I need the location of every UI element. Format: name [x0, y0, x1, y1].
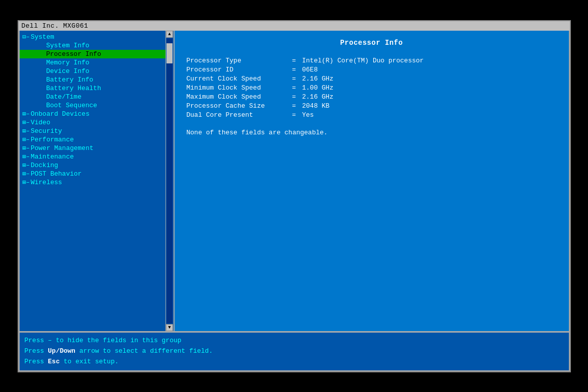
- indent-space: [31, 59, 46, 66]
- item-label: Docking: [31, 162, 58, 169]
- sidebar-item-performance[interactable]: ⊞–Performance: [20, 135, 174, 144]
- indent-space: [31, 42, 46, 49]
- sidebar-item-wireless[interactable]: ⊞–Wireless: [20, 178, 174, 187]
- field-label: Current Clock Speed: [187, 75, 292, 83]
- expand-icon: ⊞–: [23, 110, 30, 118]
- sidebar-item-date-time[interactable]: Date/Time: [20, 93, 174, 101]
- item-label: Processor Info: [46, 50, 101, 58]
- item-label: Performance: [31, 136, 74, 143]
- field-value: Yes: [302, 111, 314, 119]
- item-label: Date/Time: [46, 93, 81, 101]
- field-value: 2.16 GHz: [302, 75, 333, 83]
- item-label: Memory Info: [46, 59, 90, 66]
- item-label: Battery Health: [46, 85, 101, 92]
- info-row: Processor Cache Size = 2048 KB: [187, 102, 557, 110]
- info-row: Minimum Clock Speed = 1.00 GHz: [187, 84, 557, 92]
- indent-space: [31, 76, 46, 84]
- expand-icon: ⊞–: [23, 136, 30, 143]
- scroll-thumb[interactable]: [166, 43, 173, 63]
- item-label: System Info: [46, 42, 90, 49]
- item-label: Power Management: [31, 144, 94, 152]
- sidebar-item-post-behavior[interactable]: ⊞–POST Behavior: [20, 170, 174, 178]
- item-label: Battery Info: [46, 76, 94, 84]
- field-value: Intel(R) Core(TM) Duo processor: [302, 57, 424, 64]
- info-table: Processor Type = Intel(R) Core(TM) Duo p…: [187, 57, 557, 119]
- content-area: Processor Info Processor Type = Intel(R)…: [175, 31, 570, 333]
- info-row: Dual Core Present = Yes: [187, 111, 557, 119]
- field-value: 2048 KB: [302, 102, 330, 110]
- sidebar-content: ⊟–System System Info Processor Info Memo…: [20, 31, 174, 332]
- item-label: POST Behavior: [31, 170, 81, 178]
- main-area: ⊟–System System Info Processor Info Memo…: [19, 31, 570, 333]
- item-label: System: [31, 33, 54, 41]
- sidebar-item-processor-info[interactable]: Processor Info: [20, 50, 174, 58]
- item-label: Maintenance: [31, 153, 74, 161]
- field-equals: =: [292, 57, 302, 64]
- field-value: 2.16 GHz: [302, 93, 333, 101]
- item-label: Security: [31, 127, 62, 135]
- expand-icon: ⊞–: [23, 179, 30, 186]
- item-label: Device Info: [46, 67, 90, 75]
- sidebar-item-security[interactable]: ⊞–Security: [20, 127, 174, 135]
- field-label: Processor ID: [187, 66, 292, 73]
- sidebar-item-battery-info[interactable]: Battery Info: [20, 75, 174, 84]
- sidebar-item-memory-info[interactable]: Memory Info: [20, 58, 174, 67]
- field-equals: =: [292, 93, 302, 101]
- status-line-3: Press Esc to exit setup.: [25, 357, 564, 367]
- title-bar-label: Dell Inc. MXG061: [22, 22, 89, 30]
- field-label: Processor Type: [187, 57, 292, 64]
- field-value: 06E8: [302, 66, 318, 73]
- status-line-1: Press – to hide the fields in this group: [25, 336, 564, 346]
- field-label: Dual Core Present: [187, 111, 292, 119]
- indent-space: [31, 93, 46, 101]
- scroll-track: [166, 38, 173, 324]
- field-label: Maximum Clock Speed: [187, 93, 292, 101]
- field-equals: =: [292, 75, 302, 83]
- title-bar: Dell Inc. MXG061: [19, 21, 570, 31]
- item-label: Video: [31, 119, 50, 126]
- indent-space: [31, 85, 46, 92]
- item-label: Onboard Devices: [31, 110, 90, 118]
- info-row: Maximum Clock Speed = 2.16 GHz: [187, 93, 557, 101]
- bios-screen: Dell Inc. MXG061 ⊟–System System Info Pr…: [18, 20, 571, 372]
- expand-icon: ⊞–: [23, 119, 30, 126]
- expand-icon: ⊞–: [23, 144, 30, 152]
- sidebar-item-system[interactable]: ⊟–System: [20, 33, 174, 41]
- status-bar: Press – to hide the fields in this group…: [19, 332, 570, 371]
- indent-space: [31, 50, 46, 58]
- indent-space: [31, 67, 46, 75]
- expand-icon: ⊞–: [23, 162, 30, 169]
- field-equals: =: [292, 102, 302, 110]
- sidebar-item-device-info[interactable]: Device Info: [20, 67, 174, 75]
- expand-icon: ⊞–: [23, 153, 30, 161]
- sidebar-item-onboard-devices[interactable]: ⊞–Onboard Devices: [20, 110, 174, 118]
- field-equals: =: [292, 84, 302, 92]
- expand-icon: ⊞–: [23, 127, 30, 135]
- field-equals: =: [292, 111, 302, 119]
- content-title: Processor Info: [187, 39, 557, 47]
- item-label: Boot Sequence: [46, 102, 97, 109]
- info-row: Processor Type = Intel(R) Core(TM) Duo p…: [187, 57, 557, 64]
- info-row: Processor ID = 06E8: [187, 66, 557, 73]
- sidebar-item-battery-health[interactable]: Battery Health: [20, 84, 174, 93]
- info-note: None of these fields are changeable.: [187, 129, 557, 136]
- field-label: Processor Cache Size: [187, 102, 292, 110]
- expand-icon: ⊞–: [23, 170, 30, 178]
- sidebar-item-maintenance[interactable]: ⊞–Maintenance: [20, 152, 174, 161]
- sidebar-item-video[interactable]: ⊞–Video: [20, 118, 174, 127]
- sidebar-item-docking[interactable]: ⊞–Docking: [20, 161, 174, 170]
- sidebar-item-boot-sequence[interactable]: Boot Sequence: [20, 101, 174, 110]
- scroll-down-arrow[interactable]: ▼: [166, 324, 173, 331]
- scroll-up-arrow[interactable]: ▲: [166, 31, 173, 38]
- status-line-2: Press Up/Down arrow to select a differen…: [25, 346, 564, 357]
- field-value: 1.00 GHz: [302, 84, 333, 92]
- sidebar: ⊟–System System Info Processor Info Memo…: [19, 31, 175, 333]
- sidebar-item-power-management[interactable]: ⊞–Power Management: [20, 144, 174, 152]
- field-label: Minimum Clock Speed: [187, 84, 292, 92]
- sidebar-scrollbar: ▲ ▼: [165, 31, 174, 332]
- field-equals: =: [292, 66, 302, 73]
- sidebar-item-system-info[interactable]: System Info: [20, 41, 174, 50]
- item-label: Wireless: [31, 179, 62, 186]
- info-row: Current Clock Speed = 2.16 GHz: [187, 75, 557, 83]
- indent-space: [31, 102, 46, 109]
